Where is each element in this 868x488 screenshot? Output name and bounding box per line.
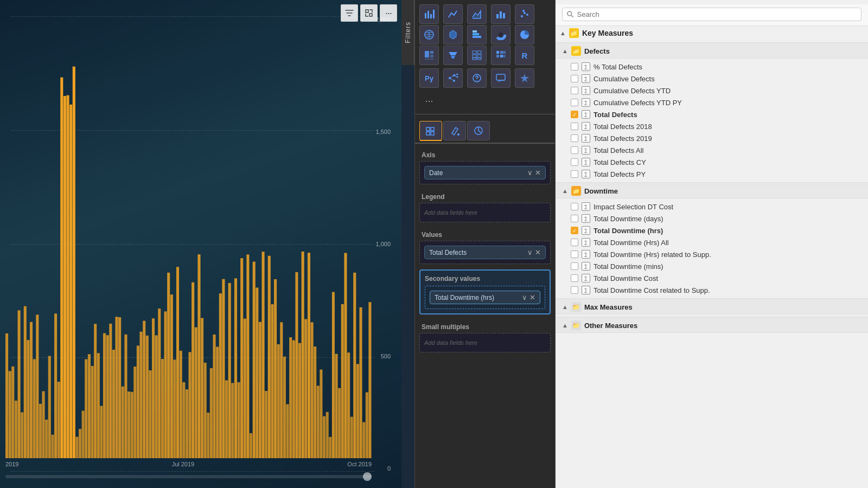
checkbox-pct-total-defects[interactable]	[571, 63, 578, 70]
checkbox-total-downtime-cost-supp[interactable]	[571, 286, 578, 294]
checkbox-total-defects-py[interactable]	[571, 170, 578, 178]
comment-viz-btn[interactable]	[491, 68, 510, 88]
measure-total-defects-2018[interactable]: ∑ Total Defects 2018	[556, 120, 868, 132]
line-chart-viz-btn[interactable]	[443, 4, 463, 24]
measure-total-downtime-cost[interactable]: ∑ Total Downtime Cost	[556, 272, 868, 284]
qa-viz-btn[interactable]	[467, 68, 487, 88]
measure-total-downtime-hrs-all[interactable]: ∑ Total Downtime (Hrs) All	[556, 236, 868, 248]
measure-total-downtime-mins[interactable]: ∑ Total Downtime (mins)	[556, 260, 868, 272]
axis-remove-btn[interactable]: ✕	[535, 169, 541, 177]
measure-cumulative-defects-ytd-py[interactable]: ∑ Cumulative Defects YTD PY	[556, 97, 868, 108]
search-container[interactable]	[562, 8, 861, 21]
svg-rect-73	[222, 279, 225, 458]
format-tabs	[415, 117, 555, 144]
values-expand-btn[interactable]: ∨	[527, 248, 533, 256]
checkbox-total-defects-cy[interactable]	[571, 158, 578, 166]
secondary-remove-btn[interactable]: ✕	[529, 293, 535, 301]
max-measures-header[interactable]: ▲ 📁 Max Measures	[556, 298, 868, 314]
svg-rect-109	[332, 292, 335, 458]
bar-chart-viz-btn[interactable]	[419, 4, 439, 24]
search-input[interactable]	[577, 10, 857, 18]
measure-cumulative-defects[interactable]: ∑ Cumulative Defects	[556, 73, 868, 85]
axis-date-chip[interactable]: Date ∨ ✕	[424, 166, 546, 179]
checkbox-impact-selection-dt-cost[interactable]	[571, 203, 578, 210]
filled-map-viz-btn[interactable]	[443, 25, 463, 44]
table-viz-btn[interactable]	[467, 46, 487, 65]
checkbox-cumulative-defects-ytd[interactable]	[571, 87, 578, 94]
chart-scrollbar[interactable]	[5, 475, 372, 478]
scatter-chart-viz-btn[interactable]	[515, 4, 534, 24]
measure-total-downtime-hrs-supp[interactable]: ∑ Total Downtime (Hrs) related to Supp.	[556, 248, 868, 260]
map-viz-btn[interactable]	[419, 25, 439, 44]
measure-cumulative-defects-ytd[interactable]: ∑ Cumulative Defects YTD	[556, 85, 868, 97]
smart-viz-btn[interactable]	[515, 68, 534, 88]
values-dropzone[interactable]: Total Defects ∨ ✕	[419, 241, 551, 264]
matrix-viz-btn[interactable]	[491, 46, 510, 65]
x-axis: 2019 Jul 2019 Oct 2019	[5, 461, 372, 467]
downtime-header[interactable]: ▲ 📁 Downtime	[556, 182, 868, 198]
checkbox-total-defects-all[interactable]	[571, 146, 578, 154]
key-measures-header[interactable]: ▲ 📁 Key Measures	[556, 26, 868, 40]
fields-format-btn[interactable]	[419, 121, 442, 140]
measure-total-downtime-days[interactable]: ∑ Total Downtime (days)	[556, 213, 868, 224]
values-total-defects-chip[interactable]: Total Defects ∨ ✕	[424, 246, 546, 259]
measure-total-defects-py[interactable]: ∑ Total Defects PY	[556, 168, 868, 180]
svg-rect-24	[73, 67, 75, 458]
filter-button[interactable]	[341, 4, 358, 22]
stacked-bar-viz-btn[interactable]	[467, 25, 487, 44]
checkbox-total-defects-2019[interactable]	[571, 134, 578, 142]
checkbox-total-downtime-mins[interactable]	[571, 262, 578, 270]
analytics-format-btn[interactable]	[467, 121, 490, 140]
checkbox-cumulative-defects-ytd-py[interactable]	[571, 99, 578, 106]
measure-total-downtime-hrs[interactable]: ∑ Total Downtime (hrs)	[556, 224, 868, 236]
measure-total-defects-2019[interactable]: ∑ Total Defects 2019	[556, 132, 868, 144]
svg-rect-65	[197, 254, 200, 458]
small-multiples-dropzone[interactable]: Add data fields here	[419, 333, 551, 352]
svg-rect-157	[503, 55, 506, 57]
scroll-thumb[interactable]	[363, 472, 372, 481]
measure-total-defects-all[interactable]: ∑ Total Defects All	[556, 144, 868, 156]
checkbox-total-downtime-hrs-all[interactable]	[571, 239, 578, 246]
treemap-viz-btn[interactable]	[419, 46, 439, 65]
svg-rect-94	[286, 404, 289, 458]
label-impact-selection-dt-cost: Impact Selection DT Cost	[593, 203, 673, 211]
pie-viz-btn[interactable]	[515, 25, 534, 44]
axis-expand-btn[interactable]: ∨	[527, 169, 533, 177]
legend-dropzone[interactable]: Add data fields here	[419, 203, 551, 222]
secondary-values-dropzone[interactable]: Total Downtime (hrs) ∨ ✕	[425, 286, 545, 309]
checkbox-cumulative-defects[interactable]	[571, 75, 578, 82]
checkbox-total-downtime-hrs[interactable]	[571, 227, 578, 234]
r-viz-btn[interactable]: R	[515, 46, 534, 65]
svg-rect-103	[314, 346, 316, 458]
donut-viz-btn[interactable]	[491, 25, 510, 44]
svg-rect-19	[58, 382, 60, 458]
svg-rect-102	[311, 322, 314, 458]
focus-button[interactable]	[360, 4, 378, 22]
more-options-button[interactable]: ···	[380, 4, 397, 22]
secondary-expand-btn[interactable]: ∨	[522, 293, 527, 301]
filters-tab[interactable]: Filters	[401, 0, 414, 65]
decomp-tree-viz-btn[interactable]	[443, 68, 463, 88]
secondary-values-chip[interactable]: Total Downtime (hrs) ∨ ✕	[430, 291, 540, 304]
values-remove-btn[interactable]: ✕	[535, 248, 541, 256]
checkbox-total-downtime-cost[interactable]	[571, 274, 578, 282]
defects-header[interactable]: ▲ 📁 Defects	[556, 42, 868, 59]
other-measures-header[interactable]: ▲ 📁 Other Measures	[556, 317, 868, 333]
more-viz-btn[interactable]: ...	[419, 89, 439, 108]
checkbox-total-defects-2018[interactable]	[571, 123, 578, 130]
paint-format-btn[interactable]	[443, 121, 466, 140]
axis-dropzone[interactable]: Date ∨ ✕	[419, 161, 551, 184]
measure-total-defects[interactable]: ∑ Total Defects	[556, 108, 868, 120]
right-panel: ▲ 📁 Key Measures ▲ 📁 Defects ∑ % Total D…	[556, 0, 868, 488]
measure-impact-selection-dt-cost[interactable]: ∑ Impact Selection DT Cost	[556, 201, 868, 213]
python-viz-btn[interactable]: Py	[419, 68, 439, 88]
area-chart-viz-btn[interactable]	[467, 4, 487, 24]
column-chart-viz-btn[interactable]	[491, 4, 510, 24]
funnel-viz-btn[interactable]	[443, 46, 463, 65]
measure-total-defects-cy[interactable]: ∑ Total Defects CY	[556, 156, 868, 168]
measure-pct-total-defects[interactable]: ∑ % Total Defects	[556, 61, 868, 73]
checkbox-total-defects[interactable]	[571, 111, 578, 118]
checkbox-total-downtime-hrs-supp[interactable]	[571, 251, 578, 258]
measure-total-downtime-cost-supp[interactable]: ∑ Total Downtime Cost related to Supp.	[556, 284, 868, 296]
checkbox-total-downtime-days[interactable]	[571, 215, 578, 222]
